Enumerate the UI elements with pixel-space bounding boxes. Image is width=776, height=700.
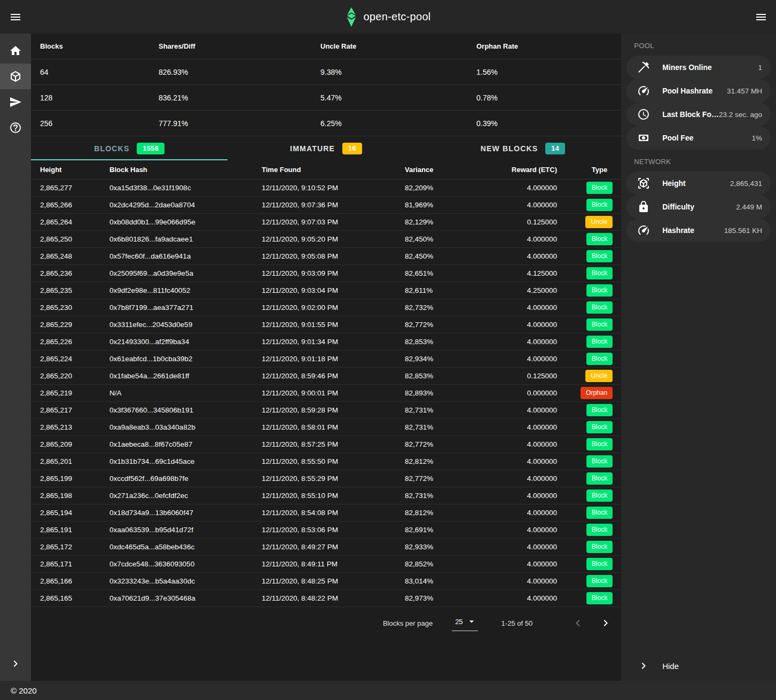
block-row: 2,865,2290x3311efec...20453d0e5912/11/20… xyxy=(31,316,621,333)
block-reward: 4.000000 xyxy=(488,201,557,209)
block-hash: 0xdc465d5a...a58beb436c xyxy=(109,543,262,551)
stats-cell: 9.38% xyxy=(320,68,476,76)
block-type-badge: Block xyxy=(586,336,613,347)
block-height: 2,865,219 xyxy=(40,389,109,397)
previous-page-button[interactable] xyxy=(571,617,585,629)
block-hash: 0x3311efec...20453d0e59 xyxy=(109,321,262,329)
block-type-badge: Block xyxy=(586,472,613,484)
block-height: 2,865,220 xyxy=(40,372,109,380)
tabs-bar: BLOCKS1558IMMATURE16NEW BLOCKS14 xyxy=(31,136,621,160)
block-hash: 0x57fec60f...da616e941a xyxy=(109,252,262,260)
block-row: 2,865,2090x1aebeca8...8f67c05e8712/11/20… xyxy=(31,436,621,453)
block-hash: 0x1fabe54a...2661de81ff xyxy=(109,372,262,380)
tab-immature[interactable]: IMMATURE16 xyxy=(228,136,424,160)
block-row: 2,865,2130xa9a8eab3...03a340a82b12/11/20… xyxy=(31,419,621,436)
block-type-badge: Block xyxy=(586,455,613,467)
stat-row-hashrate: Hashrate185.561 KH xyxy=(626,219,771,242)
stat-value: 2,865,431 xyxy=(730,180,762,188)
cash-icon xyxy=(637,131,650,144)
block-hash: 0x21493300...af2ff9ba34 xyxy=(109,338,262,346)
block-height: 2,865,194 xyxy=(40,509,109,517)
blocks-column-header: Reward (ETC) xyxy=(488,166,557,174)
stat-row-height: Height2,865,431 xyxy=(626,172,771,195)
block-reward: 4.000000 xyxy=(488,543,557,551)
block-reward: 4.000000 xyxy=(488,475,557,483)
dropdown-arrow-icon xyxy=(466,616,477,627)
blocks-column-header: Height xyxy=(40,166,109,174)
block-type-badge: Block xyxy=(586,507,613,518)
stats-table-header: BlocksShares/DiffUncle RateOrphan Rate xyxy=(31,34,621,59)
help-icon xyxy=(9,121,22,134)
stat-label: Height xyxy=(662,179,686,188)
pagination: Blocks per page 25 1-25 of 50 xyxy=(31,607,621,639)
network-section-title: NETWORK xyxy=(621,150,776,172)
block-time-found: 12/11/2020, 8:55:29 PM xyxy=(262,475,405,483)
block-hash: N/A xyxy=(109,389,262,397)
block-row: 2,865,1940x18d734a9...13b6060f4712/11/20… xyxy=(31,504,621,522)
sidebar-item-home[interactable] xyxy=(0,38,31,64)
block-hash: 0xb08dd0b1...99e066d95e xyxy=(109,218,262,226)
block-height: 2,865,166 xyxy=(40,577,109,585)
block-variance: 82,973% xyxy=(405,594,488,602)
block-reward: 4.000000 xyxy=(488,492,557,500)
blocks-column-header: Variance xyxy=(405,166,488,174)
stats-cell: 64 xyxy=(40,68,159,76)
sidebar-item-payments[interactable] xyxy=(0,89,31,115)
block-time-found: 12/11/2020, 9:10:52 PM xyxy=(262,184,405,192)
block-time-found: 12/11/2020, 8:55:10 PM xyxy=(262,492,405,500)
block-type-badge: Block xyxy=(586,250,613,262)
block-hash: 0x1b31b734...69c1d45ace xyxy=(109,457,262,465)
tab-label: BLOCKS xyxy=(94,144,129,153)
blocks-table-header: HeightBlock HashTime FoundVarianceReward… xyxy=(31,160,621,180)
block-hash: 0xa9a8eab3...03a340a82b xyxy=(109,423,262,431)
sidebar-expand-button[interactable] xyxy=(0,651,31,676)
block-height: 2,865,217 xyxy=(40,406,109,414)
stats-cell: 777.91% xyxy=(159,119,320,128)
send-icon xyxy=(9,96,22,108)
block-time-found: 12/11/2020, 9:01:34 PM xyxy=(262,338,405,346)
block-row: 2,865,2480x57fec60f...da616e941a12/11/20… xyxy=(31,248,621,265)
block-row: 2,865,1910xaa063539...b95d41d72f12/11/20… xyxy=(31,522,621,539)
gauge-icon xyxy=(637,84,650,97)
block-time-found: 12/11/2020, 8:49:11 PM xyxy=(262,560,405,568)
block-hash: 0xa70621d9...37e305468a xyxy=(109,594,262,602)
stat-row-miners-online: Miners Online1 xyxy=(626,56,771,79)
tab-label: NEW BLOCKS xyxy=(481,144,538,153)
stat-row-pool-fee: Pool Fee1% xyxy=(626,126,771,150)
sidebar-item-blocks[interactable] xyxy=(0,64,31,89)
right-menu-button[interactable] xyxy=(746,0,776,34)
block-time-found: 12/11/2020, 9:07:03 PM xyxy=(262,218,405,226)
page-size-select[interactable]: 25 xyxy=(452,615,477,631)
app-root: open-etc-pool BlocksShares/DiffUncle Rat… xyxy=(0,0,776,700)
next-page-button[interactable] xyxy=(599,617,613,629)
block-type-badge: Block xyxy=(586,541,613,553)
left-menu-button[interactable] xyxy=(0,0,31,34)
block-type-badge: Block xyxy=(586,438,613,450)
stat-row-difficulty: Difficulty2.449 M xyxy=(626,195,771,219)
block-row: 2,865,2240x61eabfcd...1b0cba39b212/11/20… xyxy=(31,351,621,368)
block-row: 2,865,2300x7b8f7199...aea377a27112/11/20… xyxy=(31,299,621,316)
block-type-badge: Block xyxy=(586,592,613,604)
stats-cell: 128 xyxy=(40,94,159,102)
hide-label: Hide xyxy=(662,662,679,671)
stat-value: 185.561 KH xyxy=(724,227,762,235)
block-height: 2,865,198 xyxy=(40,492,109,500)
block-variance: 82,772% xyxy=(405,321,488,329)
hide-sidebar-button[interactable]: Hide xyxy=(626,654,771,678)
block-reward: 4.000000 xyxy=(488,184,557,192)
tab-new-blocks[interactable]: NEW BLOCKS14 xyxy=(425,136,621,160)
block-row: 2,865,2200x1fabe54a...2661de81ff12/11/20… xyxy=(31,368,621,385)
block-row: 2,865,2660x2dc4295d...2dae0a870412/11/20… xyxy=(31,197,621,214)
block-height: 2,865,213 xyxy=(40,423,109,431)
stats-cell: 6.25% xyxy=(320,119,476,128)
rightbar-spacer xyxy=(621,242,776,654)
block-height: 2,865,172 xyxy=(40,543,109,551)
stats-cell: 256 xyxy=(40,119,159,128)
tab-blocks[interactable]: BLOCKS1558 xyxy=(31,136,228,160)
block-row: 2,865,1650xa70621d9...37e305468a12/11/20… xyxy=(31,590,621,607)
right-sidebar: POOL Miners Online1Pool Hashrate31.457 M… xyxy=(621,34,776,681)
block-hash: 0x271a236c...0efcfdf2ec xyxy=(109,492,262,500)
block-type-badge: Block xyxy=(586,575,613,587)
body-row: BlocksShares/DiffUncle RateOrphan Rate 6… xyxy=(0,34,776,681)
sidebar-item-help[interactable] xyxy=(0,115,31,141)
